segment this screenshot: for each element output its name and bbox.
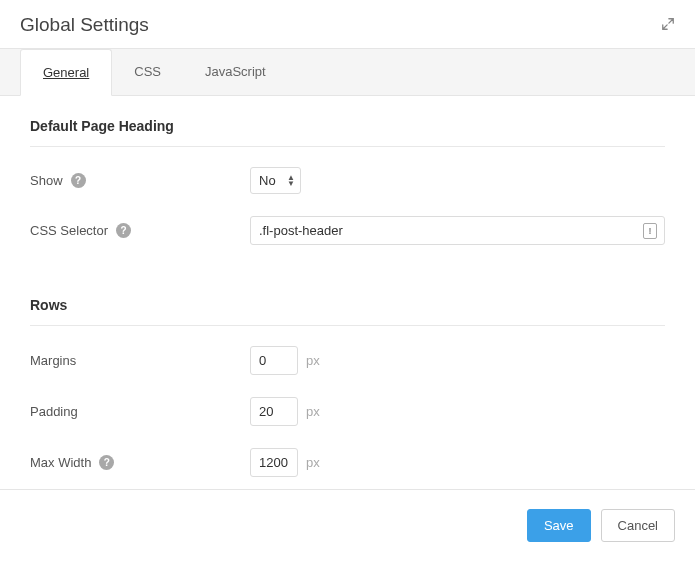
- padding-input[interactable]: [250, 397, 298, 426]
- unit-px: px: [306, 404, 320, 419]
- help-icon[interactable]: ?: [116, 223, 131, 238]
- tab-general[interactable]: General: [20, 49, 112, 96]
- tab-javascript[interactable]: JavaScript: [183, 49, 288, 95]
- padding-label: Padding: [30, 404, 78, 419]
- tabs: General CSS JavaScript: [0, 49, 695, 96]
- margins-label: Margins: [30, 353, 76, 368]
- unit-px: px: [306, 353, 320, 368]
- section-default-page-heading: Default Page Heading: [30, 118, 665, 147]
- selector-picker-icon[interactable]: !: [643, 223, 657, 239]
- css-selector-label: CSS Selector: [30, 223, 108, 238]
- unit-px: px: [306, 455, 320, 470]
- cancel-button[interactable]: Cancel: [601, 509, 675, 542]
- css-selector-input[interactable]: [250, 216, 665, 245]
- section-rows: Rows: [30, 297, 665, 326]
- content-panel: Default Page Heading Show ? No ▲▼ CSS Se…: [0, 98, 695, 489]
- footer: Save Cancel: [0, 489, 695, 561]
- margins-input[interactable]: [250, 346, 298, 375]
- max-width-input[interactable]: [250, 448, 298, 477]
- help-icon[interactable]: ?: [71, 173, 86, 188]
- show-select[interactable]: No: [250, 167, 301, 194]
- save-button[interactable]: Save: [527, 509, 591, 542]
- page-title: Global Settings: [20, 14, 149, 36]
- show-label: Show: [30, 173, 63, 188]
- tab-css[interactable]: CSS: [112, 49, 183, 95]
- help-icon[interactable]: ?: [99, 455, 114, 470]
- expand-icon[interactable]: [661, 17, 675, 34]
- max-width-label: Max Width: [30, 455, 91, 470]
